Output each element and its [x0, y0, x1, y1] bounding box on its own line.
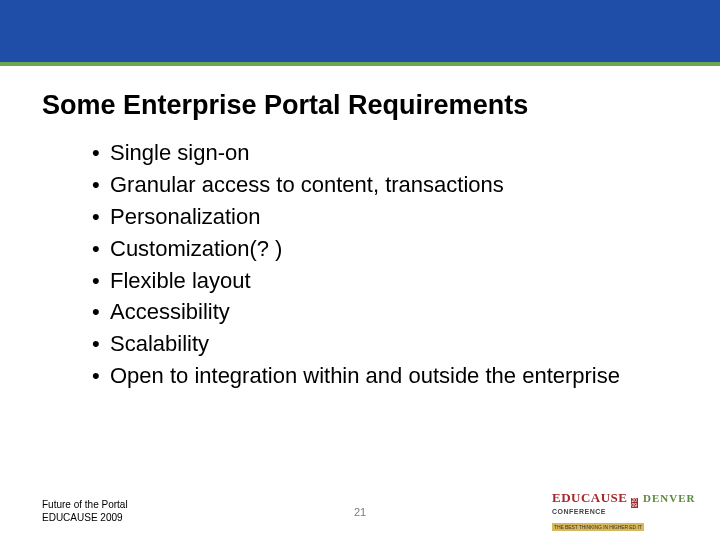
page-number: 21 — [354, 506, 366, 518]
slide-title: Some Enterprise Portal Requirements — [42, 90, 720, 121]
logo-year-badge: 2009 — [631, 498, 639, 508]
footer: Future of the Portal EDUCAUSE 2009 21 ED… — [0, 484, 720, 524]
list-item-text: Single sign-on — [110, 137, 660, 169]
educause-logo: EDUCAUSE 2009 DENVER CONFERENCE THE BEST… — [552, 490, 700, 524]
list-item: •Scalability — [92, 328, 660, 360]
logo-top-row: EDUCAUSE 2009 DENVER — [552, 490, 700, 508]
list-item: •Granular access to content, transaction… — [92, 169, 660, 201]
list-item-text: Open to integration within and outside t… — [110, 360, 660, 392]
slide: Some Enterprise Portal Requirements •Sin… — [0, 0, 720, 540]
logo-conference: CONFERENCE — [552, 508, 700, 515]
footer-line1: Future of the Portal — [42, 498, 128, 511]
footer-line2: EDUCAUSE 2009 — [42, 511, 128, 524]
bullet-icon: • — [92, 296, 110, 328]
bullet-list: •Single sign-on •Granular access to cont… — [92, 137, 660, 392]
header-bar — [0, 0, 720, 62]
list-item-text: Accessibility — [110, 296, 660, 328]
bullet-icon: • — [92, 360, 110, 392]
list-item: •Personalization — [92, 201, 660, 233]
list-item: •Accessibility — [92, 296, 660, 328]
logo-brand: EDUCAUSE — [552, 490, 628, 506]
bullet-icon: • — [92, 233, 110, 265]
list-item: •Customization(? ) — [92, 233, 660, 265]
bullet-icon: • — [92, 328, 110, 360]
bullet-icon: • — [92, 265, 110, 297]
list-item: •Flexible layout — [92, 265, 660, 297]
list-item-text: Customization(? ) — [110, 233, 660, 265]
list-item-text: Scalability — [110, 328, 660, 360]
bullet-icon: • — [92, 169, 110, 201]
list-item: •Open to integration within and outside … — [92, 360, 660, 392]
logo-location: DENVER — [643, 492, 695, 504]
bullet-icon: • — [92, 201, 110, 233]
logo-tagline: THE BEST THINKING IN HIGHER ED IT — [552, 523, 644, 531]
list-item-text: Personalization — [110, 201, 660, 233]
bullet-icon: • — [92, 137, 110, 169]
list-item-text: Granular access to content, transactions — [110, 169, 660, 201]
header-accent-line — [0, 62, 720, 66]
footer-text: Future of the Portal EDUCAUSE 2009 — [42, 498, 128, 524]
list-item: •Single sign-on — [92, 137, 660, 169]
list-item-text: Flexible layout — [110, 265, 660, 297]
